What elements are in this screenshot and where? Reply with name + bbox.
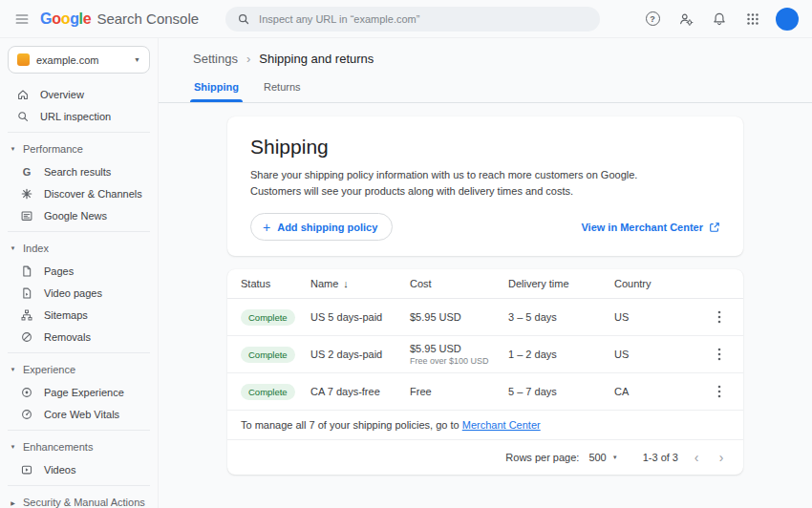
shipping-description: Share your shipping policy information w… <box>250 167 720 199</box>
merchant-center-footer-link[interactable]: Merchant Center <box>462 419 541 431</box>
page-icon <box>20 265 33 278</box>
sidebar-item-video-pages[interactable]: Video pages <box>0 282 158 304</box>
chevron-down-icon: ▼ <box>9 245 17 251</box>
add-shipping-policy-button[interactable]: + Add shipping policy <box>250 213 393 241</box>
rows-per-page-label: Rows per page: <box>505 452 579 463</box>
plus-icon: + <box>263 221 270 234</box>
divider <box>8 132 150 133</box>
sidebar-item-removals[interactable]: Removals <box>0 326 158 348</box>
app-logo: Google Search Console <box>40 11 199 28</box>
shipping-policies-table: Status Name ↓ Cost Delivery time Country… <box>227 269 743 475</box>
app-window: Google Search Console ? <box>0 0 812 508</box>
pagination-bar: Rows per page: 500 ▼ 1-3 of 3 ‹ › <box>227 440 743 475</box>
user-settings-button[interactable] <box>672 5 700 33</box>
sidebar-group-performance: ▼ Performance G Search results Discover … <box>0 138 158 226</box>
status-badge: Complete <box>241 347 295 363</box>
sidebar-item-videos[interactable]: Videos <box>0 458 158 480</box>
tab-returns[interactable]: Returns <box>251 74 313 102</box>
google-apps-button[interactable] <box>738 5 767 33</box>
sidebar-section-enhancements[interactable]: ▼ Enhancements <box>0 435 158 458</box>
sort-descending-icon: ↓ <box>343 278 349 289</box>
property-label: example.com <box>36 54 98 66</box>
property-selector[interactable]: example.com ▼ <box>8 46 150 74</box>
help-icon: ? <box>646 11 660 26</box>
divider <box>8 352 150 353</box>
next-page-button[interactable]: › <box>709 450 734 465</box>
page-title: Shipping <box>250 136 720 159</box>
sidebar-section-security-manual-actions[interactable]: ▶ Security & Manual Actions <box>0 491 158 508</box>
section-label: Security & Manual Actions <box>23 497 145 508</box>
column-header-name[interactable]: Name ↓ <box>310 278 410 289</box>
google-logo: Google <box>40 11 91 28</box>
rows-per-page-select[interactable]: 500 ▼ <box>588 452 617 463</box>
policy-delivery-time: 5 – 7 days <box>508 386 614 397</box>
sidebar-section-experience[interactable]: ▼ Experience <box>0 358 158 381</box>
breadcrumb-current-page: Shipping and returns <box>259 52 374 66</box>
sidebar-item-page-experience[interactable]: Page Experience <box>0 381 158 403</box>
sidebar-section-performance[interactable]: ▼ Performance <box>0 138 158 160</box>
chevron-down-icon: ▼ <box>9 146 17 152</box>
apps-grid-icon <box>745 11 760 27</box>
notifications-button[interactable] <box>705 5 734 33</box>
kebab-menu-icon <box>717 348 721 361</box>
policy-cost: Free <box>410 386 508 397</box>
sidebar-item-label: Video pages <box>44 287 102 299</box>
row-menu-button[interactable] <box>707 342 732 367</box>
policy-delivery-time: 3 – 5 days <box>508 311 614 323</box>
sidebar: example.com ▼ Overview URL inspection ▼ … <box>0 38 159 508</box>
section-label: Experience <box>23 364 75 375</box>
add-button-label: Add shipping policy <box>277 222 377 233</box>
pagination-range: 1-3 of 3 <box>643 452 678 463</box>
row-menu-button[interactable] <box>707 379 732 404</box>
sidebar-item-label: Search results <box>44 166 111 178</box>
policy-cost: $5.95 USD Free over $100 USD <box>410 343 508 366</box>
user-settings-icon <box>678 11 694 27</box>
policy-name: CA 7 days-free <box>310 386 410 397</box>
sidebar-section-index[interactable]: ▼ Index <box>0 237 158 260</box>
column-header-cost: Cost <box>410 278 508 289</box>
rows-per-page-value: 500 <box>588 452 606 463</box>
sidebar-item-pages[interactable]: Pages <box>0 260 158 282</box>
row-menu-button[interactable] <box>707 305 732 329</box>
gauge-icon <box>20 408 33 421</box>
property-icon <box>17 53 30 66</box>
sidebar-item-search-results[interactable]: G Search results <box>0 160 158 182</box>
chevron-right-icon: ▶ <box>9 499 17 506</box>
sidebar-item-label: Pages <box>44 265 74 277</box>
external-link-icon <box>709 222 720 233</box>
cost-note: Free over $100 USD <box>410 356 508 366</box>
bell-icon <box>712 11 727 27</box>
sidebar-item-overview[interactable]: Overview <box>0 83 158 105</box>
sidebar-item-core-web-vitals[interactable]: Core Web Vitals <box>0 403 158 425</box>
sidebar-item-discover-channels[interactable]: Discover & Channels <box>0 182 158 204</box>
chevron-down-icon: ▼ <box>612 455 618 460</box>
tab-shipping[interactable]: Shipping <box>182 74 251 102</box>
sidebar-item-google-news[interactable]: Google News <box>0 204 158 226</box>
section-label: Enhancements <box>23 441 93 453</box>
sidebar-item-url-inspection[interactable]: URL inspection <box>0 105 158 127</box>
column-header-country: Country <box>614 278 707 289</box>
policy-country: US <box>614 311 707 323</box>
divider <box>8 485 150 486</box>
card-actions: + Add shipping policy View in Merchant C… <box>250 213 720 241</box>
view-in-merchant-center-link[interactable]: View in Merchant Center <box>581 222 720 233</box>
chevron-down-icon: ▼ <box>134 56 140 63</box>
sidebar-item-label: Videos <box>44 464 75 476</box>
url-inspect-searchbar[interactable] <box>225 7 600 32</box>
policy-country: CA <box>614 386 707 397</box>
hamburger-menu-button[interactable] <box>8 5 36 33</box>
content-area: Shipping Share your shipping policy info… <box>159 103 812 508</box>
policy-name: US 2 days-paid <box>310 349 410 360</box>
sidebar-item-sitemaps[interactable]: Sitemaps <box>0 304 158 326</box>
breadcrumb-settings[interactable]: Settings <box>193 52 238 66</box>
divider <box>8 231 150 232</box>
previous-page-button[interactable]: ‹ <box>684 450 709 465</box>
account-avatar[interactable] <box>776 8 799 31</box>
sidebar-group-index: ▼ Index Pages Video pages Sitemaps <box>0 237 158 348</box>
sidebar-item-label: URL inspection <box>40 111 111 122</box>
help-button[interactable]: ? <box>638 5 667 33</box>
description-line-2: Customers will see your products along w… <box>250 183 720 200</box>
name-header-label: Name <box>310 278 338 289</box>
status-badge: Complete <box>241 384 295 400</box>
url-inspect-input[interactable] <box>259 13 588 25</box>
